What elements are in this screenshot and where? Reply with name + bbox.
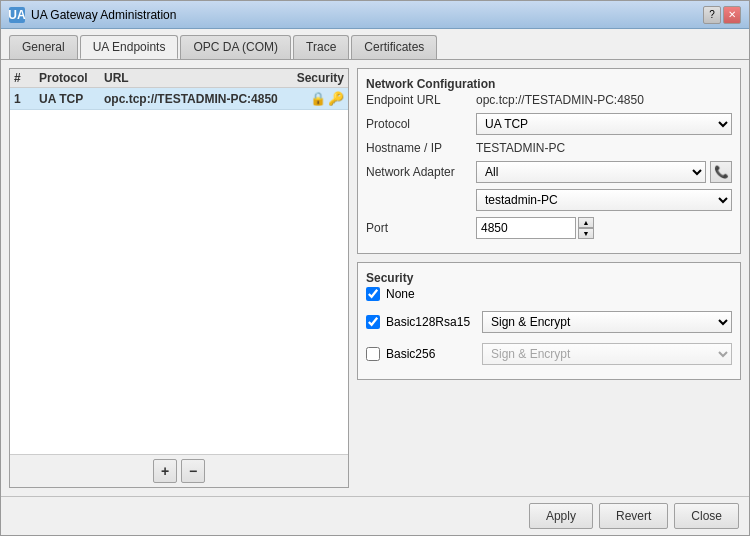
basic256-label: Basic256	[386, 347, 476, 361]
network-adapter-row: Network Adapter All Local Area Connectio…	[366, 161, 732, 183]
basic256-checkbox[interactable]	[366, 347, 380, 361]
basic128-checkbox-row: Basic128Rsa15 Sign & Encrypt Sign	[366, 311, 732, 333]
basic128-checkbox[interactable]	[366, 315, 380, 329]
basic256-checkbox-row: Basic256 Sign & Encrypt Sign	[366, 343, 732, 365]
window-title: UA Gateway Administration	[31, 8, 176, 22]
adapter-sub-row: testadmin-PC	[366, 189, 732, 211]
endpoint-url-value: opc.tcp://TESTADMIN-PC:4850	[476, 93, 732, 107]
add-endpoint-button[interactable]: +	[153, 459, 177, 483]
network-adapter-refresh-button[interactable]: 📞	[710, 161, 732, 183]
apply-button[interactable]: Apply	[529, 503, 593, 529]
table-toolbar: + −	[10, 454, 348, 487]
row-url: opc.tcp://TESTADMIN-PC:4850	[104, 92, 284, 106]
table-header: # Protocol URL Security	[10, 69, 348, 88]
port-label: Port	[366, 221, 476, 235]
tab-opc-da-com[interactable]: OPC DA (COM)	[180, 35, 291, 59]
security-title: Security	[366, 271, 732, 285]
port-input[interactable]	[476, 217, 576, 239]
row-security: 🔒 🔑	[284, 91, 344, 106]
plus-icon: +	[161, 463, 169, 479]
col-header-security: Security	[284, 71, 344, 85]
tab-general[interactable]: General	[9, 35, 78, 59]
port-increment-button[interactable]: ▲	[578, 217, 594, 228]
titlebar-buttons: ? ✕	[703, 6, 741, 24]
tab-ua-endpoints[interactable]: UA Endpoints	[80, 35, 179, 59]
protocol-label: Protocol	[366, 117, 476, 131]
app-icon: UA	[9, 7, 25, 23]
port-spinner: ▲ ▼	[578, 217, 594, 239]
port-decrement-button[interactable]: ▼	[578, 228, 594, 239]
protocol-row: Protocol UA TCP HTTPS	[366, 113, 732, 135]
row-protocol: UA TCP	[39, 92, 104, 106]
none-checkbox[interactable]	[366, 287, 380, 301]
port-row: Port ▲ ▼	[366, 217, 732, 239]
adapter-sub-select[interactable]: testadmin-PC	[476, 189, 732, 211]
table-row[interactable]: 1 UA TCP opc.tcp://TESTADMIN-PC:4850 🔒 🔑	[10, 88, 348, 110]
col-header-protocol: Protocol	[39, 71, 104, 85]
hostname-row: Hostname / IP TESTADMIN-PC	[366, 141, 732, 155]
endpoint-url-row: Endpoint URL opc.tcp://TESTADMIN-PC:4850	[366, 93, 732, 107]
titlebar: UA UA Gateway Administration ? ✕	[1, 1, 749, 29]
security-icon-lock-red: 🔒	[310, 91, 326, 106]
tab-certificates[interactable]: Certificates	[351, 35, 437, 59]
none-label: None	[386, 287, 476, 301]
tab-bar: General UA Endpoints OPC DA (COM) Trace …	[1, 29, 749, 60]
network-adapter-label: Network Adapter	[366, 165, 476, 179]
network-adapter-select-wrap: All Local Area Connection 📞	[476, 161, 732, 183]
adapter-sub-dropdown: testadmin-PC	[476, 189, 732, 211]
help-button[interactable]: ?	[703, 6, 721, 24]
remove-endpoint-button[interactable]: −	[181, 459, 205, 483]
col-header-url: URL	[104, 71, 284, 85]
security-group: None Basic128Rsa15 Sign & Encrypt Sign B…	[366, 287, 732, 371]
protocol-select-wrap: UA TCP HTTPS	[476, 113, 732, 135]
network-adapter-select[interactable]: All Local Area Connection	[476, 161, 706, 183]
security-icon-lock-gold: 🔑	[328, 91, 344, 106]
protocol-select[interactable]: UA TCP HTTPS	[476, 113, 732, 135]
main-window: UA UA Gateway Administration ? ✕ General…	[0, 0, 750, 536]
content-area: # Protocol URL Security 1 UA TCP opc.tcp…	[1, 60, 749, 496]
table-spacer	[10, 110, 348, 454]
hostname-value: TESTADMIN-PC	[476, 141, 732, 155]
phone-icon: 📞	[714, 165, 729, 179]
revert-button[interactable]: Revert	[599, 503, 668, 529]
window-close-button[interactable]: ✕	[723, 6, 741, 24]
right-panel: Network Configuration Endpoint URL opc.t…	[357, 68, 741, 488]
bottom-bar: Apply Revert Close	[1, 496, 749, 535]
none-checkbox-row: None	[366, 287, 732, 301]
row-hash: 1	[14, 92, 39, 106]
basic256-mode-select[interactable]: Sign & Encrypt Sign	[482, 343, 732, 365]
network-configuration-section: Network Configuration Endpoint URL opc.t…	[357, 68, 741, 254]
endpoints-table: # Protocol URL Security 1 UA TCP opc.tcp…	[9, 68, 349, 488]
col-header-hash: #	[14, 71, 39, 85]
basic128-mode-select[interactable]: Sign & Encrypt Sign	[482, 311, 732, 333]
tab-trace[interactable]: Trace	[293, 35, 349, 59]
network-config-title: Network Configuration	[366, 77, 732, 91]
titlebar-left: UA UA Gateway Administration	[9, 7, 176, 23]
basic128-label: Basic128Rsa15	[386, 315, 476, 329]
hostname-label: Hostname / IP	[366, 141, 476, 155]
security-section: Security None Basic128Rsa15 Sign & Encry…	[357, 262, 741, 380]
minus-icon: −	[189, 463, 197, 479]
endpoint-url-label: Endpoint URL	[366, 93, 476, 107]
close-button[interactable]: Close	[674, 503, 739, 529]
